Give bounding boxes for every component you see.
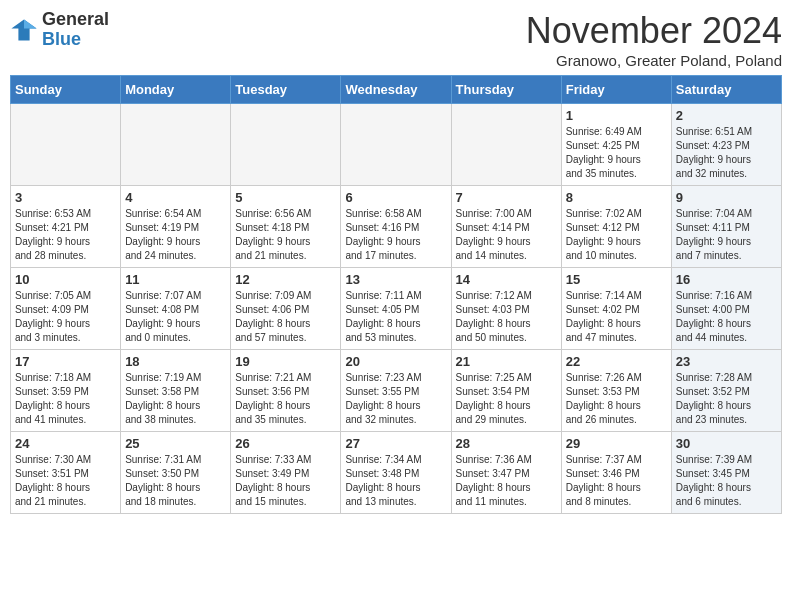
day-cell-26: 26Sunrise: 7:33 AM Sunset: 3:49 PM Dayli… [231,432,341,514]
day-info: Sunrise: 6:51 AM Sunset: 4:23 PM Dayligh… [676,125,777,181]
day-number: 19 [235,354,336,369]
logo: General Blue [10,10,109,50]
day-info: Sunrise: 7:28 AM Sunset: 3:52 PM Dayligh… [676,371,777,427]
day-cell-18: 18Sunrise: 7:19 AM Sunset: 3:58 PM Dayli… [121,350,231,432]
day-info: Sunrise: 7:16 AM Sunset: 4:00 PM Dayligh… [676,289,777,345]
header-friday: Friday [561,76,671,104]
day-number: 22 [566,354,667,369]
day-info: Sunrise: 7:09 AM Sunset: 4:06 PM Dayligh… [235,289,336,345]
day-cell-8: 8Sunrise: 7:02 AM Sunset: 4:12 PM Daylig… [561,186,671,268]
day-cell-22: 22Sunrise: 7:26 AM Sunset: 3:53 PM Dayli… [561,350,671,432]
day-info: Sunrise: 7:07 AM Sunset: 4:08 PM Dayligh… [125,289,226,345]
svg-marker-1 [24,19,37,28]
day-cell-4: 4Sunrise: 6:54 AM Sunset: 4:19 PM Daylig… [121,186,231,268]
day-cell-19: 19Sunrise: 7:21 AM Sunset: 3:56 PM Dayli… [231,350,341,432]
empty-cell [341,104,451,186]
day-cell-30: 30Sunrise: 7:39 AM Sunset: 3:45 PM Dayli… [671,432,781,514]
day-info: Sunrise: 7:11 AM Sunset: 4:05 PM Dayligh… [345,289,446,345]
empty-cell [121,104,231,186]
empty-cell [231,104,341,186]
day-info: Sunrise: 7:12 AM Sunset: 4:03 PM Dayligh… [456,289,557,345]
day-info: Sunrise: 7:23 AM Sunset: 3:55 PM Dayligh… [345,371,446,427]
day-number: 8 [566,190,667,205]
day-info: Sunrise: 7:00 AM Sunset: 4:14 PM Dayligh… [456,207,557,263]
day-cell-10: 10Sunrise: 7:05 AM Sunset: 4:09 PM Dayli… [11,268,121,350]
day-cell-3: 3Sunrise: 6:53 AM Sunset: 4:21 PM Daylig… [11,186,121,268]
day-info: Sunrise: 7:19 AM Sunset: 3:58 PM Dayligh… [125,371,226,427]
day-info: Sunrise: 7:36 AM Sunset: 3:47 PM Dayligh… [456,453,557,509]
day-number: 28 [456,436,557,451]
day-info: Sunrise: 6:49 AM Sunset: 4:25 PM Dayligh… [566,125,667,181]
day-info: Sunrise: 7:33 AM Sunset: 3:49 PM Dayligh… [235,453,336,509]
empty-cell [451,104,561,186]
day-number: 9 [676,190,777,205]
day-number: 29 [566,436,667,451]
day-cell-9: 9Sunrise: 7:04 AM Sunset: 4:11 PM Daylig… [671,186,781,268]
day-cell-7: 7Sunrise: 7:00 AM Sunset: 4:14 PM Daylig… [451,186,561,268]
day-info: Sunrise: 7:31 AM Sunset: 3:50 PM Dayligh… [125,453,226,509]
day-cell-27: 27Sunrise: 7:34 AM Sunset: 3:48 PM Dayli… [341,432,451,514]
day-info: Sunrise: 7:37 AM Sunset: 3:46 PM Dayligh… [566,453,667,509]
day-info: Sunrise: 7:02 AM Sunset: 4:12 PM Dayligh… [566,207,667,263]
day-cell-1: 1Sunrise: 6:49 AM Sunset: 4:25 PM Daylig… [561,104,671,186]
day-cell-28: 28Sunrise: 7:36 AM Sunset: 3:47 PM Dayli… [451,432,561,514]
day-number: 1 [566,108,667,123]
day-number: 30 [676,436,777,451]
week-row-3: 10Sunrise: 7:05 AM Sunset: 4:09 PM Dayli… [11,268,782,350]
header-wednesday: Wednesday [341,76,451,104]
day-cell-2: 2Sunrise: 6:51 AM Sunset: 4:23 PM Daylig… [671,104,781,186]
day-number: 7 [456,190,557,205]
header-monday: Monday [121,76,231,104]
location: Granowo, Greater Poland, Poland [526,52,782,69]
day-cell-13: 13Sunrise: 7:11 AM Sunset: 4:05 PM Dayli… [341,268,451,350]
day-number: 25 [125,436,226,451]
day-cell-25: 25Sunrise: 7:31 AM Sunset: 3:50 PM Dayli… [121,432,231,514]
day-number: 13 [345,272,446,287]
day-number: 14 [456,272,557,287]
day-cell-21: 21Sunrise: 7:25 AM Sunset: 3:54 PM Dayli… [451,350,561,432]
day-info: Sunrise: 7:25 AM Sunset: 3:54 PM Dayligh… [456,371,557,427]
day-cell-6: 6Sunrise: 6:58 AM Sunset: 4:16 PM Daylig… [341,186,451,268]
week-row-2: 3Sunrise: 6:53 AM Sunset: 4:21 PM Daylig… [11,186,782,268]
day-number: 3 [15,190,116,205]
day-info: Sunrise: 6:54 AM Sunset: 4:19 PM Dayligh… [125,207,226,263]
day-cell-23: 23Sunrise: 7:28 AM Sunset: 3:52 PM Dayli… [671,350,781,432]
week-row-1: 1Sunrise: 6:49 AM Sunset: 4:25 PM Daylig… [11,104,782,186]
header-sunday: Sunday [11,76,121,104]
day-info: Sunrise: 6:53 AM Sunset: 4:21 PM Dayligh… [15,207,116,263]
month-title: November 2024 [526,10,782,52]
day-number: 12 [235,272,336,287]
logo-blue-text: Blue [42,30,109,50]
day-cell-16: 16Sunrise: 7:16 AM Sunset: 4:00 PM Dayli… [671,268,781,350]
day-number: 2 [676,108,777,123]
day-info: Sunrise: 7:26 AM Sunset: 3:53 PM Dayligh… [566,371,667,427]
header-saturday: Saturday [671,76,781,104]
week-row-4: 17Sunrise: 7:18 AM Sunset: 3:59 PM Dayli… [11,350,782,432]
day-cell-15: 15Sunrise: 7:14 AM Sunset: 4:02 PM Dayli… [561,268,671,350]
calendar-table: SundayMondayTuesdayWednesdayThursdayFrid… [10,75,782,514]
day-number: 26 [235,436,336,451]
day-number: 11 [125,272,226,287]
day-cell-29: 29Sunrise: 7:37 AM Sunset: 3:46 PM Dayli… [561,432,671,514]
day-number: 6 [345,190,446,205]
day-number: 24 [15,436,116,451]
day-number: 27 [345,436,446,451]
day-info: Sunrise: 7:30 AM Sunset: 3:51 PM Dayligh… [15,453,116,509]
header-thursday: Thursday [451,76,561,104]
day-number: 23 [676,354,777,369]
day-number: 10 [15,272,116,287]
day-cell-24: 24Sunrise: 7:30 AM Sunset: 3:51 PM Dayli… [11,432,121,514]
day-cell-20: 20Sunrise: 7:23 AM Sunset: 3:55 PM Dayli… [341,350,451,432]
day-info: Sunrise: 7:05 AM Sunset: 4:09 PM Dayligh… [15,289,116,345]
logo-general-text: General [42,10,109,30]
day-info: Sunrise: 6:56 AM Sunset: 4:18 PM Dayligh… [235,207,336,263]
day-info: Sunrise: 7:34 AM Sunset: 3:48 PM Dayligh… [345,453,446,509]
empty-cell [11,104,121,186]
logo-bird-icon [10,16,38,44]
day-number: 20 [345,354,446,369]
day-number: 18 [125,354,226,369]
title-block: November 2024 Granowo, Greater Poland, P… [526,10,782,69]
logo-text: General Blue [42,10,109,50]
page-header: General Blue November 2024 Granowo, Grea… [10,10,782,69]
day-number: 15 [566,272,667,287]
